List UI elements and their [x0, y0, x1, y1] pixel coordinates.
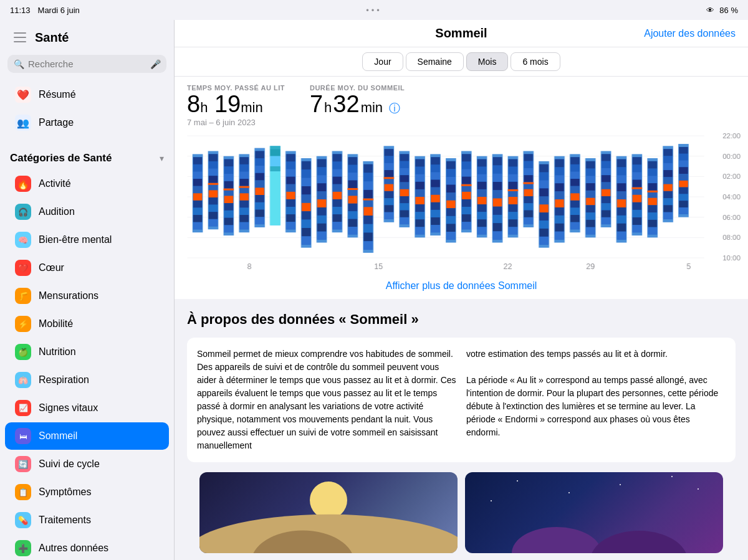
- coeur-icon: ❤️: [15, 260, 31, 276]
- audition-label: Audition: [39, 206, 75, 217]
- activite-label: Activité: [39, 178, 71, 189]
- sidebar-item-nutrition[interactable]: 🍏 Nutrition: [5, 338, 169, 366]
- sidebar-toggle-button[interactable]: [10, 27, 30, 47]
- categories-title: Catégories de Santé: [10, 152, 112, 164]
- sidebar-item-audition[interactable]: 🎧 Audition: [5, 198, 169, 225]
- content-header: Sommeil Ajouter des données: [175, 20, 748, 47]
- star-3: [568, 492, 570, 493]
- svg-rect-2: [14, 41, 26, 42]
- microphone-icon: 🎤: [150, 59, 161, 69]
- respiration-icon: 🫁: [15, 372, 31, 388]
- sidebar-item-suivi[interactable]: 🔄 Suivi de cycle: [5, 450, 169, 478]
- stat-au-lit-value: 8h 19min: [187, 92, 285, 118]
- stat-sommeil: DURÉE MOY. DU SOMMEIL 7h 32min ⓘ: [310, 84, 405, 118]
- svg-point-5: [512, 527, 602, 553]
- search-icon: 🔍: [14, 59, 24, 69]
- top-nav-section: ❤️ Résumé 👥 Partage: [0, 78, 174, 140]
- image-cards-container: [187, 472, 736, 560]
- traitements-icon: 💊: [15, 512, 31, 528]
- sleep-chart: [180, 130, 743, 273]
- sidebar-item-signes[interactable]: 📈 Signes vitaux: [5, 394, 169, 422]
- sidebar: Santé 🔍 🎤 ❤️ Résumé 👥 Partage Catégories…: [0, 20, 175, 560]
- star-1: [517, 480, 518, 482]
- svg-rect-0: [14, 32, 26, 34]
- search-bar[interactable]: 🔍 🎤: [7, 55, 166, 73]
- status-bar-left: 11:13 Mardi 6 juin: [10, 6, 80, 15]
- sidebar-item-bien-etre[interactable]: 🧠 Bien-être mental: [5, 226, 169, 254]
- svg-rect-1: [14, 37, 26, 38]
- search-input[interactable]: [28, 59, 146, 69]
- status-bar: 11:13 Mardi 6 juin ••• 👁 86 %: [0, 0, 748, 20]
- categories-section: 🔥 Activité 🎧 Audition 🧠 Bien-être mental…: [0, 167, 174, 560]
- status-bar-right: 👁 86 %: [706, 6, 738, 15]
- mensurations-icon: 🦵: [15, 288, 31, 304]
- bien-etre-icon: 🧠: [15, 232, 31, 248]
- nutrition-label: Nutrition: [39, 346, 76, 358]
- symptomes-label: Symptômes: [39, 486, 91, 498]
- sidebar-item-partage[interactable]: 👥 Partage: [5, 109, 169, 136]
- three-dots: •••: [366, 6, 382, 15]
- mobilite-label: Mobilité: [39, 318, 73, 330]
- main-content: Sommeil Ajouter des données Jour Semaine…: [175, 20, 748, 560]
- sidebar-item-symptomes[interactable]: 📋 Symptômes: [5, 478, 169, 506]
- stat-sommeil-value: 7h 32min ⓘ: [310, 92, 405, 118]
- tab-mois[interactable]: Mois: [466, 52, 509, 71]
- sidebar-item-autres[interactable]: ➕ Autres données: [5, 534, 169, 560]
- sidebar-item-activite[interactable]: 🔥 Activité: [5, 170, 169, 197]
- svg-point-6: [590, 531, 688, 553]
- bien-etre-label: Bien-être mental: [39, 234, 112, 245]
- info-icon[interactable]: ⓘ: [389, 103, 400, 115]
- stat-au-lit-minutes: 19: [214, 91, 241, 117]
- signes-icon: 📈: [15, 400, 31, 416]
- sidebar-item-resume[interactable]: ❤️ Résumé: [5, 81, 169, 108]
- sidebar-item-mensurations[interactable]: 🦵 Mensurations: [5, 282, 169, 310]
- symptomes-icon: 📋: [15, 484, 31, 500]
- status-time: 11:13: [10, 6, 31, 15]
- tab-6mois[interactable]: 6 mois: [511, 52, 560, 71]
- stat-au-lit: TEMPS MOY. PASSÉ AU LIT 8h 19min 7 mai –…: [187, 84, 285, 127]
- status-bar-center: •••: [366, 6, 382, 15]
- app-title: Santé: [35, 31, 69, 45]
- sidebar-item-respiration[interactable]: 🫁 Respiration: [5, 366, 169, 394]
- stat-sommeil-hours: 7: [310, 92, 323, 118]
- stat-sommeil-h-unit: h: [324, 100, 332, 115]
- sommeil-icon: 🛏: [15, 428, 31, 444]
- sidebar-item-sommeil[interactable]: 🛏 Sommeil: [5, 422, 169, 450]
- battery-display: 86 %: [719, 6, 738, 15]
- resume-icon: ❤️: [15, 87, 31, 103]
- page-title: Sommeil: [370, 26, 552, 40]
- traitements-label: Traitements: [39, 515, 91, 526]
- date-range: 7 mai – 6 juin 2023: [187, 118, 285, 127]
- stats-container: TEMPS MOY. PASSÉ AU LIT 8h 19min 7 mai –…: [175, 77, 748, 130]
- categories-section-header[interactable]: Catégories de Santé ▾: [0, 145, 174, 167]
- hills-svg: [465, 516, 723, 553]
- add-data-button[interactable]: Ajouter des données: [644, 28, 736, 39]
- tab-jour[interactable]: Jour: [362, 52, 403, 71]
- app-container: Santé 🔍 🎤 ❤️ Résumé 👥 Partage Catégories…: [0, 20, 748, 560]
- tab-bar: Jour Semaine Mois 6 mois: [175, 47, 748, 77]
- sidebar-item-mobilite[interactable]: ⚡ Mobilité: [5, 310, 169, 338]
- afficher-link[interactable]: Afficher plus de données Sommeil: [175, 273, 748, 299]
- resume-label: Résumé: [39, 89, 76, 100]
- about-text-left: Sommeil permet de mieux comprendre vos h…: [197, 348, 456, 452]
- about-section: À propos des données « Sommeil » Sommeil…: [175, 299, 748, 560]
- image-card-moon: [199, 472, 458, 553]
- star-4: [671, 476, 673, 477]
- mobilite-icon: ⚡: [15, 316, 31, 332]
- sommeil-label: Sommeil: [39, 430, 77, 442]
- star-6: [698, 488, 699, 490]
- chevron-down-icon: ▾: [160, 153, 164, 163]
- afficher-link-text: Afficher plus de données Sommeil: [386, 280, 537, 291]
- sidebar-item-traitements[interactable]: 💊 Traitements: [5, 506, 169, 534]
- sidebar-item-coeur[interactable]: ❤️ Cœur: [5, 254, 169, 282]
- chart-wrapper: [175, 130, 748, 273]
- partage-icon: 👥: [15, 115, 31, 131]
- tab-semaine[interactable]: Semaine: [406, 52, 464, 71]
- activite-icon: 🔥: [15, 176, 31, 192]
- signes-label: Signes vitaux: [39, 402, 98, 414]
- about-text-right: votre estimation des temps passés au lit…: [466, 348, 726, 452]
- stat-sommeil-min-unit: min: [361, 100, 383, 115]
- star-2: [620, 484, 621, 485]
- stat-sommeil-minutes: 32: [333, 92, 359, 118]
- mensurations-label: Mensurations: [39, 290, 98, 301]
